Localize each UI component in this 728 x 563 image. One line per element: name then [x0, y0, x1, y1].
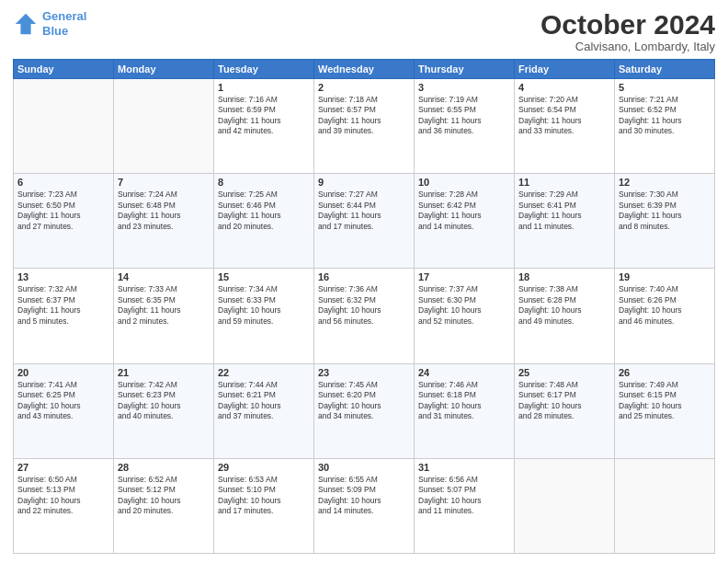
- calendar-cell: 3Sunrise: 7:19 AM Sunset: 6:55 PM Daylig…: [415, 79, 515, 174]
- cell-content: Sunrise: 6:52 AM Sunset: 5:12 PM Dayligh…: [118, 475, 210, 517]
- week-row-2: 6Sunrise: 7:23 AM Sunset: 6:50 PM Daylig…: [14, 174, 715, 269]
- day-number: 22: [218, 367, 310, 378]
- day-number: 16: [318, 271, 410, 282]
- day-number: 28: [118, 462, 210, 473]
- calendar-cell: [14, 79, 114, 174]
- calendar-cell: 22Sunrise: 7:44 AM Sunset: 6:21 PM Dayli…: [214, 363, 314, 458]
- header: General Blue October 2024 Calvisano, Lom…: [13, 9, 715, 53]
- calendar-cell: 24Sunrise: 7:46 AM Sunset: 6:18 PM Dayli…: [415, 363, 515, 458]
- calendar-cell: 7Sunrise: 7:24 AM Sunset: 6:48 PM Daylig…: [114, 174, 214, 269]
- day-number: 6: [17, 177, 109, 188]
- cell-content: Sunrise: 7:21 AM Sunset: 6:52 PM Dayligh…: [619, 95, 711, 137]
- svg-marker-0: [16, 13, 36, 33]
- calendar-cell: 16Sunrise: 7:36 AM Sunset: 6:32 PM Dayli…: [314, 269, 415, 363]
- calendar-cell: 5Sunrise: 7:21 AM Sunset: 6:52 PM Daylig…: [615, 79, 715, 174]
- calendar-cell: 18Sunrise: 7:38 AM Sunset: 6:28 PM Dayli…: [515, 269, 615, 363]
- day-number: 13: [17, 271, 109, 282]
- cell-content: Sunrise: 7:40 AM Sunset: 6:26 PM Dayligh…: [619, 284, 711, 327]
- day-header-tuesday: Tuesday: [214, 60, 314, 79]
- cell-content: Sunrise: 7:41 AM Sunset: 6:25 PM Dayligh…: [17, 380, 109, 422]
- cell-content: Sunrise: 7:19 AM Sunset: 6:55 PM Dayligh…: [418, 95, 510, 137]
- day-number: 30: [318, 462, 410, 473]
- calendar-cell: 2Sunrise: 7:18 AM Sunset: 6:57 PM Daylig…: [314, 79, 415, 174]
- calendar-cell: 9Sunrise: 7:27 AM Sunset: 6:44 PM Daylig…: [314, 174, 415, 269]
- cell-content: Sunrise: 7:16 AM Sunset: 6:59 PM Dayligh…: [218, 95, 310, 137]
- cell-content: Sunrise: 6:55 AM Sunset: 5:09 PM Dayligh…: [318, 475, 410, 517]
- day-number: 5: [619, 82, 711, 93]
- calendar-cell: [615, 458, 715, 553]
- calendar-cell: 13Sunrise: 7:32 AM Sunset: 6:37 PM Dayli…: [14, 269, 114, 363]
- day-number: 25: [518, 367, 610, 378]
- calendar-cell: [515, 458, 615, 553]
- cell-content: Sunrise: 7:32 AM Sunset: 6:37 PM Dayligh…: [17, 284, 109, 327]
- day-header-friday: Friday: [515, 60, 615, 79]
- cell-content: Sunrise: 7:34 AM Sunset: 6:33 PM Dayligh…: [218, 284, 310, 327]
- cell-content: Sunrise: 7:42 AM Sunset: 6:23 PM Dayligh…: [118, 380, 210, 422]
- day-header-sunday: Sunday: [14, 60, 114, 79]
- day-header-monday: Monday: [114, 60, 214, 79]
- day-number: 2: [318, 82, 410, 93]
- cell-content: Sunrise: 7:45 AM Sunset: 6:20 PM Dayligh…: [318, 380, 410, 422]
- calendar-cell: 29Sunrise: 6:53 AM Sunset: 5:10 PM Dayli…: [214, 458, 314, 553]
- cell-content: Sunrise: 6:53 AM Sunset: 5:10 PM Dayligh…: [218, 475, 310, 517]
- day-number: 4: [518, 82, 610, 93]
- week-row-3: 13Sunrise: 7:32 AM Sunset: 6:37 PM Dayli…: [14, 269, 715, 363]
- week-row-5: 27Sunrise: 6:50 AM Sunset: 5:13 PM Dayli…: [14, 458, 715, 553]
- calendar-cell: 11Sunrise: 7:29 AM Sunset: 6:41 PM Dayli…: [515, 174, 615, 269]
- calendar-cell: 28Sunrise: 6:52 AM Sunset: 5:12 PM Dayli…: [114, 458, 214, 553]
- day-number: 8: [218, 177, 310, 188]
- cell-content: Sunrise: 6:50 AM Sunset: 5:13 PM Dayligh…: [17, 475, 109, 517]
- calendar-cell: 20Sunrise: 7:41 AM Sunset: 6:25 PM Dayli…: [14, 363, 114, 458]
- day-number: 3: [418, 82, 510, 93]
- calendar-cell: 21Sunrise: 7:42 AM Sunset: 6:23 PM Dayli…: [114, 363, 214, 458]
- calendar-cell: 4Sunrise: 7:20 AM Sunset: 6:54 PM Daylig…: [515, 79, 615, 174]
- location: Calvisano, Lombardy, Italy: [540, 40, 715, 53]
- cell-content: Sunrise: 7:37 AM Sunset: 6:30 PM Dayligh…: [418, 284, 510, 327]
- calendar-cell: 1Sunrise: 7:16 AM Sunset: 6:59 PM Daylig…: [214, 79, 314, 174]
- day-number: 19: [619, 271, 711, 282]
- calendar-cell: 15Sunrise: 7:34 AM Sunset: 6:33 PM Dayli…: [214, 269, 314, 363]
- week-row-1: 1Sunrise: 7:16 AM Sunset: 6:59 PM Daylig…: [14, 79, 715, 174]
- cell-content: Sunrise: 6:56 AM Sunset: 5:07 PM Dayligh…: [418, 475, 510, 517]
- day-number: 15: [218, 271, 310, 282]
- calendar-cell: 8Sunrise: 7:25 AM Sunset: 6:46 PM Daylig…: [214, 174, 314, 269]
- day-number: 27: [17, 462, 109, 473]
- cell-content: Sunrise: 7:28 AM Sunset: 6:42 PM Dayligh…: [418, 190, 510, 232]
- calendar-cell: 27Sunrise: 6:50 AM Sunset: 5:13 PM Dayli…: [14, 458, 114, 553]
- day-number: 1: [218, 82, 310, 93]
- logo-icon: [13, 11, 39, 37]
- day-header-wednesday: Wednesday: [314, 60, 415, 79]
- cell-content: Sunrise: 7:49 AM Sunset: 6:15 PM Dayligh…: [619, 380, 711, 422]
- calendar-table: SundayMondayTuesdayWednesdayThursdayFrid…: [13, 59, 715, 554]
- calendar-cell: 17Sunrise: 7:37 AM Sunset: 6:30 PM Dayli…: [415, 269, 515, 363]
- month-title: October 2024: [540, 9, 715, 40]
- day-number: 21: [118, 367, 210, 378]
- cell-content: Sunrise: 7:46 AM Sunset: 6:18 PM Dayligh…: [418, 380, 510, 422]
- title-block: October 2024 Calvisano, Lombardy, Italy: [540, 9, 715, 53]
- calendar-cell: 10Sunrise: 7:28 AM Sunset: 6:42 PM Dayli…: [415, 174, 515, 269]
- calendar-cell: 6Sunrise: 7:23 AM Sunset: 6:50 PM Daylig…: [14, 174, 114, 269]
- logo-blue: Blue: [42, 24, 68, 38]
- logo: General Blue: [13, 9, 86, 38]
- calendar-cell: [114, 79, 214, 174]
- day-number: 20: [17, 367, 109, 378]
- cell-content: Sunrise: 7:23 AM Sunset: 6:50 PM Dayligh…: [17, 190, 109, 232]
- calendar-header-row: SundayMondayTuesdayWednesdayThursdayFrid…: [14, 60, 715, 79]
- day-header-saturday: Saturday: [615, 60, 715, 79]
- cell-content: Sunrise: 7:18 AM Sunset: 6:57 PM Dayligh…: [318, 95, 410, 137]
- cell-content: Sunrise: 7:33 AM Sunset: 6:35 PM Dayligh…: [118, 284, 210, 327]
- cell-content: Sunrise: 7:48 AM Sunset: 6:17 PM Dayligh…: [518, 380, 610, 422]
- day-number: 23: [318, 367, 410, 378]
- week-row-4: 20Sunrise: 7:41 AM Sunset: 6:25 PM Dayli…: [14, 363, 715, 458]
- calendar-cell: 30Sunrise: 6:55 AM Sunset: 5:09 PM Dayli…: [314, 458, 415, 553]
- day-number: 9: [318, 177, 410, 188]
- calendar-cell: 19Sunrise: 7:40 AM Sunset: 6:26 PM Dayli…: [615, 269, 715, 363]
- cell-content: Sunrise: 7:27 AM Sunset: 6:44 PM Dayligh…: [318, 190, 410, 232]
- cell-content: Sunrise: 7:38 AM Sunset: 6:28 PM Dayligh…: [518, 284, 610, 327]
- calendar-cell: 12Sunrise: 7:30 AM Sunset: 6:39 PM Dayli…: [615, 174, 715, 269]
- calendar-cell: 14Sunrise: 7:33 AM Sunset: 6:35 PM Dayli…: [114, 269, 214, 363]
- day-number: 14: [118, 271, 210, 282]
- logo-general: General: [42, 9, 86, 23]
- day-number: 12: [619, 177, 711, 188]
- day-number: 17: [418, 271, 510, 282]
